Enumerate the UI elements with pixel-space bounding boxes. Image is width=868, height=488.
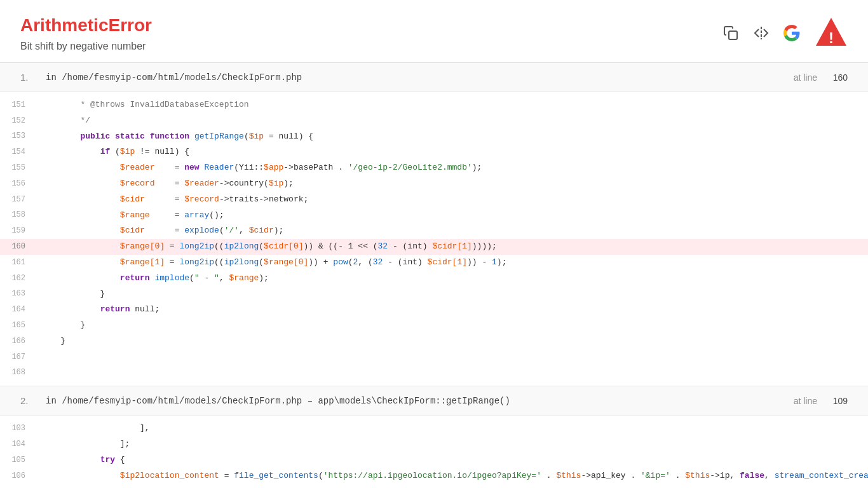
stack-frame-2: 2. in /home/fesmyip-com/html/models/Chec… bbox=[0, 386, 868, 488]
google-icon[interactable] bbox=[782, 23, 802, 43]
svg-text:!: ! bbox=[829, 29, 834, 46]
code-line-106: 106 $ip2location_content = file_get_cont… bbox=[0, 468, 868, 484]
code-line-153: 153 public static function getIpRange($i… bbox=[0, 129, 868, 145]
code-line-166: 166 } bbox=[0, 334, 868, 349]
warning-icon: ! bbox=[815, 15, 848, 48]
code-line-154: 154 if ($ip != null) { bbox=[0, 144, 868, 160]
frame-path-1: in /home/fesmyip-com/html/models/CheckIp… bbox=[46, 72, 794, 83]
frame-number-1: 1. bbox=[20, 72, 46, 83]
frame-line-number-2: 109 bbox=[822, 396, 848, 406]
code-line-168: 168 bbox=[0, 365, 868, 381]
frame-path-2: in /home/fesmyip-com/html/models/CheckIp… bbox=[46, 396, 794, 406]
frame-header-1: 1. in /home/fesmyip-com/html/models/Chec… bbox=[0, 63, 868, 92]
stack-icon[interactable] bbox=[751, 23, 771, 43]
code-line-165: 165 } bbox=[0, 318, 868, 334]
header-icons bbox=[721, 23, 802, 43]
page-header: ArithmeticError Bit shift by negative nu… bbox=[0, 0, 868, 63]
svg-rect-0 bbox=[729, 31, 737, 39]
code-block-1: 151 * @throws InvalidDatabaseException 1… bbox=[0, 92, 868, 386]
code-line-156: 156 $record = $reader->country($ip); bbox=[0, 176, 868, 192]
code-block-2: 103 ], 104 ]; 105 try { 106 $ip2locati bbox=[0, 416, 868, 488]
stack-frame-1: 1. in /home/fesmyip-com/html/models/Chec… bbox=[0, 63, 868, 386]
code-line-161: 161 $range[1] = long2ip((ip2long($range[… bbox=[0, 255, 868, 271]
code-line-105: 105 try { bbox=[0, 452, 868, 468]
code-line-151: 151 * @throws InvalidDatabaseException bbox=[0, 97, 868, 113]
error-title: ArithmeticError bbox=[20, 15, 152, 36]
code-line-103: 103 ], bbox=[0, 421, 868, 437]
code-line-167: 167 bbox=[0, 349, 868, 365]
code-line-155: 155 $reader = new Reader(Yii::$app->base… bbox=[0, 160, 868, 176]
code-line-158: 158 $range = array(); bbox=[0, 208, 868, 224]
frame-number-2: 2. bbox=[20, 395, 46, 406]
code-line-152: 152 */ bbox=[0, 113, 868, 129]
frame-line-label-2: at line bbox=[794, 396, 817, 406]
copy-icon[interactable] bbox=[721, 23, 741, 43]
code-line-164: 164 return null; bbox=[0, 302, 868, 318]
main-content: 1. in /home/fesmyip-com/html/models/Chec… bbox=[0, 63, 868, 488]
frame-header-2: 2. in /home/fesmyip-com/html/models/Chec… bbox=[0, 386, 868, 416]
code-line-104: 104 ]; bbox=[0, 437, 868, 452]
code-line-159: 159 $cidr = explode('/', $cidr); bbox=[0, 223, 868, 239]
frame-line-label-1: at line bbox=[794, 72, 817, 83]
error-subtitle: Bit shift by negative number bbox=[20, 41, 152, 52]
code-line-163: 163 } bbox=[0, 287, 868, 302]
frame-line-number-1: 160 bbox=[822, 72, 848, 83]
code-line-160: 160 $range[0] = long2ip((ip2long($cidr[0… bbox=[0, 239, 868, 255]
code-line-157: 157 $cidr = $record->traits->network; bbox=[0, 192, 868, 208]
code-line-162: 162 return implode(" - ", $range); bbox=[0, 271, 868, 287]
header-left: ArithmeticError Bit shift by negative nu… bbox=[20, 15, 152, 52]
